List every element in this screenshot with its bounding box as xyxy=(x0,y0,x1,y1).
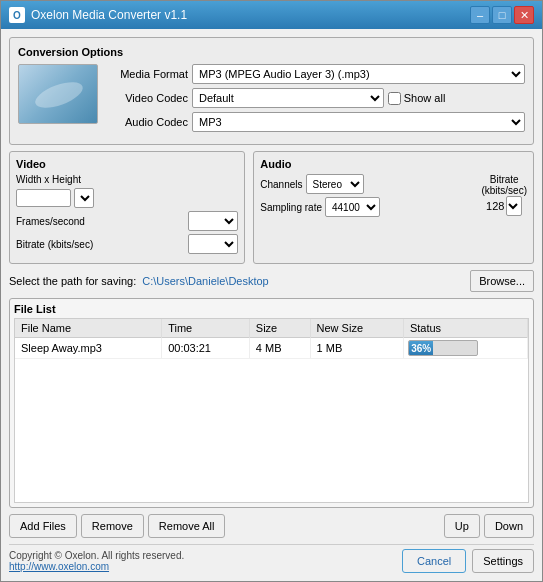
footer-url: http://www.oxelon.com xyxy=(9,561,184,572)
down-button[interactable]: Down xyxy=(484,514,534,538)
cell-filename: Sleep Away.mp3 xyxy=(15,338,162,359)
video-group: Video Width x Height Frames/second Bitra… xyxy=(9,151,245,264)
fps-select[interactable] xyxy=(188,211,238,231)
minimize-button[interactable]: – xyxy=(470,6,490,24)
file-table-body: Sleep Away.mp300:03:214 MB1 MB36% xyxy=(15,338,528,359)
cell-size: 4 MB xyxy=(249,338,310,359)
sampling-label: Sampling rate xyxy=(260,202,322,213)
fps-row: Frames/second xyxy=(16,211,238,231)
col-time: Time xyxy=(162,319,250,338)
file-table-wrapper: File Name Time Size New Size Status Slee… xyxy=(14,318,529,503)
path-row: Select the path for saving: C:\Users\Dan… xyxy=(9,270,534,292)
audio-group: Audio Channels Stereo Sampling rate xyxy=(253,151,534,264)
path-label: Select the path for saving: xyxy=(9,275,136,287)
bottom-buttons: Add Files Remove Remove All Up Down xyxy=(9,514,534,538)
audio-bitrate-select[interactable] xyxy=(506,196,522,216)
window-title: Oxelon Media Converter v1.1 xyxy=(31,8,187,22)
title-bar: O Oxelon Media Converter v1.1 – □ ✕ xyxy=(1,1,542,29)
remove-button[interactable]: Remove xyxy=(81,514,144,538)
cell-status: 36% xyxy=(403,338,527,359)
close-button[interactable]: ✕ xyxy=(514,6,534,24)
footer-right: Cancel Settings xyxy=(402,549,534,573)
main-content: Conversion Options Media Format MP3 (MPE… xyxy=(1,29,542,581)
wh-label: Width x Height xyxy=(16,174,81,185)
audio-codec-select[interactable]: MP3 xyxy=(192,112,525,132)
audio-bitrate-col: Bitrate (kbits/sec) 128 xyxy=(481,174,527,216)
col-filename: File Name xyxy=(15,319,162,338)
width-unit-select[interactable] xyxy=(74,188,94,208)
width-input[interactable] xyxy=(16,189,71,207)
video-audio-row: Video Width x Height Frames/second Bitra… xyxy=(9,151,534,264)
sampling-row: Sampling rate 44100 xyxy=(260,197,475,217)
file-table: File Name Time Size New Size Status Slee… xyxy=(15,319,528,359)
wh-inputs-row xyxy=(16,188,238,208)
remove-all-button[interactable]: Remove All xyxy=(148,514,226,538)
audio-codec-row: Audio Codec MP3 xyxy=(108,112,525,132)
file-list-label: File List xyxy=(14,303,529,315)
show-all-checkbox[interactable] xyxy=(388,92,401,105)
audio-codec-label: Audio Codec xyxy=(108,116,188,128)
audio-bitrate-value: 128 xyxy=(486,200,504,212)
col-status: Status xyxy=(403,319,527,338)
window-controls: – □ ✕ xyxy=(470,6,534,24)
col-newsize: New Size xyxy=(310,319,403,338)
copyright-text: Copyright © Oxelon. All rights reserved. xyxy=(9,550,184,561)
video-bitrate-select[interactable] xyxy=(188,234,238,254)
wh-row: Width x Height xyxy=(16,174,238,185)
app-icon: O xyxy=(9,7,25,23)
table-row[interactable]: Sleep Away.mp300:03:214 MB1 MB36% xyxy=(15,338,528,359)
col-size: Size xyxy=(249,319,310,338)
conversion-options-title: Conversion Options xyxy=(18,46,525,58)
audio-group-label: Audio xyxy=(260,158,527,170)
conv-inner: Media Format MP3 (MPEG Audio Layer 3) (.… xyxy=(18,64,525,136)
file-list-group: File List File Name Time Size New Size S… xyxy=(9,298,534,508)
media-format-label: Media Format xyxy=(108,68,188,80)
footer: Copyright © Oxelon. All rights reserved.… xyxy=(9,544,534,573)
main-window: O Oxelon Media Converter v1.1 – □ ✕ Conv… xyxy=(0,0,543,582)
cancel-button[interactable]: Cancel xyxy=(402,549,466,573)
browse-button[interactable]: Browse... xyxy=(470,270,534,292)
media-format-row: Media Format MP3 (MPEG Audio Layer 3) (.… xyxy=(108,64,525,84)
cell-newsize: 1 MB xyxy=(310,338,403,359)
video-codec-row: Video Codec Default Show all xyxy=(108,88,525,108)
video-group-label: Video xyxy=(16,158,238,170)
cell-time: 00:03:21 xyxy=(162,338,250,359)
footer-left: Copyright © Oxelon. All rights reserved.… xyxy=(9,550,184,572)
maximize-button[interactable]: □ xyxy=(492,6,512,24)
fps-label: Frames/second xyxy=(16,216,85,227)
title-bar-left: O Oxelon Media Converter v1.1 xyxy=(9,7,187,23)
conversion-options-group: Conversion Options Media Format MP3 (MPE… xyxy=(9,37,534,145)
show-all-container: Show all xyxy=(388,92,446,105)
table-header-row: File Name Time Size New Size Status xyxy=(15,319,528,338)
path-value: C:\Users\Daniele\Desktop xyxy=(142,275,464,287)
settings-button[interactable]: Settings xyxy=(472,549,534,573)
footer-link[interactable]: http://www.oxelon.com xyxy=(9,561,109,572)
video-codec-select[interactable]: Default xyxy=(192,88,384,108)
media-format-select[interactable]: MP3 (MPEG Audio Layer 3) (.mp3) xyxy=(192,64,525,84)
conv-fields: Media Format MP3 (MPEG Audio Layer 3) (.… xyxy=(108,64,525,136)
progress-bar-container: 36% xyxy=(408,340,478,356)
add-files-button[interactable]: Add Files xyxy=(9,514,77,538)
channels-row: Channels Stereo xyxy=(260,174,475,194)
progress-bar-fill: 36% xyxy=(409,341,433,355)
show-all-label: Show all xyxy=(404,92,446,104)
media-thumbnail xyxy=(18,64,98,124)
audio-bitrate-label: Bitrate xyxy=(490,174,519,185)
audio-bitrate-sublabel: (kbits/sec) xyxy=(481,185,527,196)
channels-select[interactable]: Stereo xyxy=(306,174,364,194)
video-bitrate-row: Bitrate (kbits/sec) xyxy=(16,234,238,254)
channels-label: Channels xyxy=(260,179,302,190)
video-bitrate-label: Bitrate (kbits/sec) xyxy=(16,239,93,250)
up-button[interactable]: Up xyxy=(444,514,480,538)
video-codec-label: Video Codec xyxy=(108,92,188,104)
sampling-select[interactable]: 44100 xyxy=(325,197,380,217)
